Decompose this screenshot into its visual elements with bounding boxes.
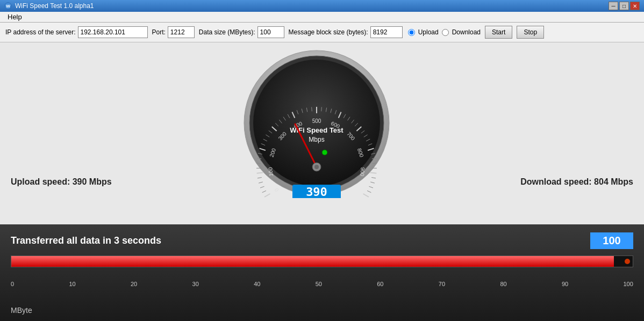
title-bar: W WiFi Speed Test 1.0 alpha1 ─ □ ✕ (0, 0, 644, 12)
minimize-button[interactable]: ─ (609, 2, 618, 10)
speedometer: 0100200300400500600700800900 WiFi Speed … (241, 48, 403, 209)
close-button[interactable]: ✕ (630, 2, 640, 10)
svg-text:0: 0 (273, 187, 280, 193)
svg-text:100: 100 (267, 167, 274, 177)
upload-radio[interactable] (408, 29, 415, 36)
svg-text:W: W (6, 4, 10, 9)
port-input[interactable] (168, 26, 195, 38)
mode-group: Upload Download (407, 28, 481, 36)
svg-text:900: 900 (359, 167, 366, 177)
download-speed-label: Download speed: 804 Mbps (520, 177, 633, 187)
help-menu[interactable]: Help (4, 12, 25, 22)
controls-bar: IP address of the server: Port: Data siz… (0, 23, 644, 42)
port-group: Port: (152, 26, 195, 38)
svg-text:Mbps: Mbps (309, 136, 324, 143)
svg-text:390: 390 (306, 185, 327, 198)
app-icon: W (4, 2, 12, 10)
ip-input[interactable] (78, 26, 148, 38)
upload-speed-label: Upload speed: 390 Mbps (11, 177, 112, 187)
svg-line-62 (369, 186, 373, 188)
svg-line-33 (312, 107, 312, 111)
window-controls: ─ □ ✕ (609, 2, 640, 10)
msgblock-label: Message block size (bytes): (289, 28, 368, 36)
maximize-button[interactable]: □ (619, 2, 629, 10)
transfer-info: Transferred all data in 3 seconds 100 (11, 232, 633, 249)
svg-line-63 (367, 191, 371, 192)
scale-ticks-svg (11, 272, 633, 280)
svg-line-9 (257, 177, 262, 178)
msgblock-group: Message block size (bytes): (289, 26, 403, 38)
scale-area: 0 10 20 30 40 50 60 70 80 90 100 (11, 272, 633, 288)
svg-line-11 (257, 172, 263, 173)
svg-text:500: 500 (312, 118, 321, 124)
svg-line-61 (370, 182, 375, 183)
svg-line-59 (370, 172, 376, 173)
svg-line-13 (256, 163, 261, 164)
bottom-panel: Transferred all data in 3 seconds 100 0 … (0, 224, 644, 321)
window-title: WiFi Speed Test 1.0 alpha1 (15, 2, 94, 10)
datasize-group: Data size (MBytes): (199, 26, 284, 38)
ip-label: IP address of the server: (5, 28, 76, 36)
upload-radio-label: Upload (418, 28, 439, 36)
mbyte-label: MByte (11, 306, 32, 315)
svg-line-56 (373, 163, 377, 164)
svg-point-68 (322, 150, 327, 155)
progress-counter: 100 (590, 232, 633, 249)
progress-dot (625, 259, 630, 264)
main-content: Upload speed: 390 Mbps Download speed: 8… (0, 42, 644, 321)
svg-point-74 (314, 165, 319, 169)
svg-line-36 (321, 107, 322, 111)
datasize-input[interactable] (257, 26, 284, 38)
transfer-text: Transferred all data in 3 seconds (11, 235, 161, 246)
scale-numbers: 0 10 20 30 40 50 60 70 80 90 100 (11, 281, 633, 287)
progress-bar-fill (11, 256, 614, 267)
start-button[interactable]: Start (485, 26, 512, 39)
svg-line-6 (262, 191, 266, 192)
msgblock-input[interactable] (370, 26, 403, 38)
datasize-label: Data size (MBytes): (199, 28, 255, 36)
menu-bar: Help (0, 12, 644, 23)
ip-group: IP address of the server: (5, 26, 148, 38)
port-label: Port: (152, 28, 166, 36)
svg-line-65 (363, 194, 369, 197)
svg-line-60 (371, 177, 376, 178)
svg-line-5 (264, 194, 270, 197)
svg-line-8 (259, 182, 263, 183)
download-radio[interactable] (442, 29, 449, 36)
progress-bar-container (11, 256, 633, 267)
svg-line-7 (260, 186, 264, 188)
download-radio-label: Download (452, 28, 481, 36)
stop-button[interactable]: Stop (517, 26, 544, 39)
